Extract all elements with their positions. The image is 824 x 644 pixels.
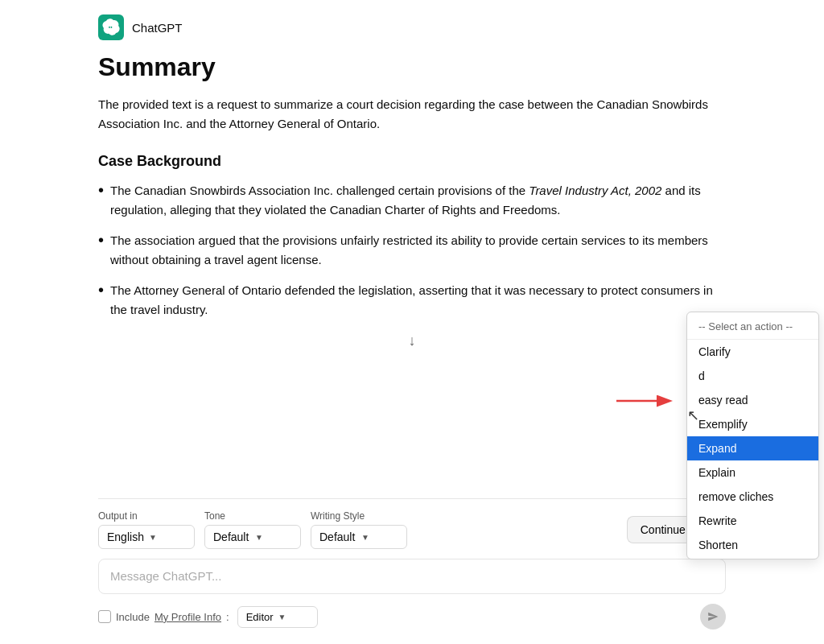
editor-select[interactable]: Editor ▼	[237, 606, 318, 628]
tone-label: Tone	[204, 510, 301, 522]
writing-style-label: Writing Style	[311, 510, 407, 522]
bullet-text-3: The Attorney General of Ontario defended…	[110, 281, 726, 320]
bottom-row: Include My Profile Info : Editor ▼	[98, 604, 726, 636]
message-placeholder: Message ChatGPT...	[110, 569, 221, 583]
include-profile-area: Include My Profile Info :	[98, 610, 229, 623]
app-name-label: ChatGPT	[132, 21, 183, 35]
dropdown-item-easyread[interactable]: easy read	[687, 388, 818, 412]
tone-group: Tone Default ▼	[204, 510, 301, 549]
content-area: Summary The provided text is a request t…	[98, 43, 726, 498]
output-select[interactable]: English ▼	[98, 525, 195, 549]
dropdown-item-d[interactable]: d	[687, 364, 818, 388]
editor-value: Editor	[246, 611, 274, 623]
profile-link[interactable]: My Profile Info	[154, 611, 221, 623]
section-title: Case Background	[98, 153, 726, 170]
scroll-down-icon: ↓	[98, 332, 726, 349]
app-container: ChatGPT Summary The provided text is a r…	[66, 0, 758, 644]
output-chevron-icon: ▼	[149, 533, 186, 542]
header: ChatGPT	[98, 0, 726, 43]
list-item: • The association argued that the provis…	[98, 231, 726, 270]
include-label: Include	[116, 611, 150, 623]
bullet-dot: •	[98, 180, 104, 200]
tone-select[interactable]: Default ▼	[204, 525, 301, 549]
dropdown-item-shorten[interactable]: Shorten	[687, 533, 818, 557]
dropdown-item-expand[interactable]: Expand	[687, 436, 818, 460]
writing-style-group: Writing Style Default ▼	[311, 510, 407, 549]
intro-text: The provided text is a request to summar…	[98, 95, 726, 134]
bullet-dot: •	[98, 279, 104, 300]
chatgpt-logo	[98, 14, 124, 40]
editor-chevron-icon: ▼	[278, 613, 286, 621]
action-dropdown: -- Select an action -- Clarify d easy re…	[686, 312, 819, 559]
bottom-toolbar: Output in English ▼ Tone Default ▼ Writi…	[98, 498, 726, 644]
output-label: Output in	[98, 510, 195, 522]
list-item: • The Canadian Snowbirds Association Inc…	[98, 181, 726, 220]
tone-chevron-icon: ▼	[255, 533, 292, 542]
toolbar-controls: Output in English ▼ Tone Default ▼ Writi…	[98, 510, 726, 549]
colon-label: :	[226, 611, 229, 623]
include-profile-checkbox[interactable]	[98, 610, 111, 623]
dropdown-item-exemplify[interactable]: Exemplify	[687, 412, 818, 436]
writing-style-chevron-icon: ▼	[361, 533, 398, 542]
dropdown-item-explain[interactable]: Explain	[687, 460, 818, 485]
chatgpt-logo-icon	[102, 19, 120, 36]
page-title: Summary	[98, 52, 726, 82]
output-value: English	[107, 530, 144, 543]
dropdown-item-removecliches[interactable]: remove cliches	[687, 485, 818, 509]
bullet-list: • The Canadian Snowbirds Association Inc…	[98, 181, 726, 320]
output-group: Output in English ▼	[98, 510, 195, 549]
bullet-text-1: The Canadian Snowbirds Association Inc. …	[110, 181, 726, 220]
bullet-dot: •	[98, 229, 104, 250]
writing-style-select[interactable]: Default ▼	[311, 525, 407, 549]
dropdown-item-rewrite[interactable]: Rewrite	[687, 509, 818, 533]
dropdown-header: -- Select an action --	[687, 314, 818, 340]
list-item: • The Attorney General of Ontario defend…	[98, 281, 726, 320]
tone-value: Default	[213, 530, 250, 543]
dropdown-item-clarify[interactable]: Clarify	[687, 340, 818, 364]
send-icon	[707, 611, 719, 622]
send-button[interactable]	[700, 604, 726, 630]
writing-style-value: Default	[319, 530, 356, 543]
bullet-text-2: The association argued that the provisio…	[110, 231, 726, 270]
message-input[interactable]: Message ChatGPT...	[98, 559, 726, 594]
